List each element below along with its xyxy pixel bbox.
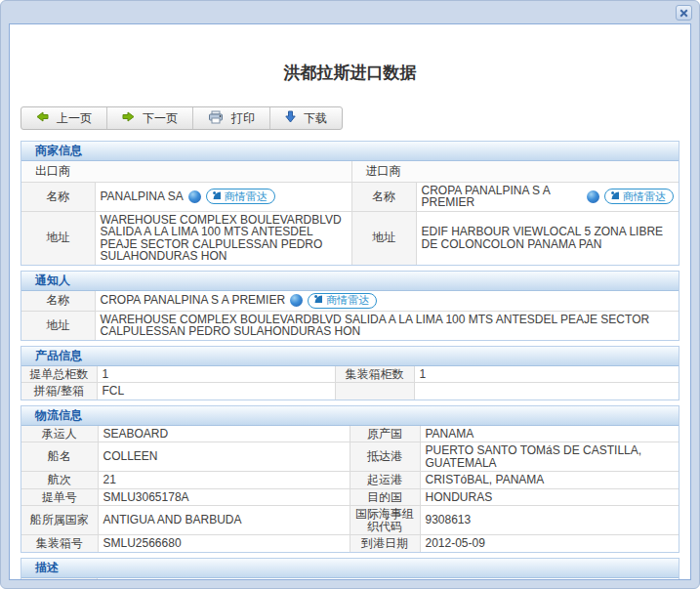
globe-icon[interactable] xyxy=(290,294,303,307)
printer-icon xyxy=(208,110,224,127)
section-description-header: 描述 xyxy=(21,559,679,578)
importer-header: 进口商 xyxy=(351,161,679,182)
download-button[interactable]: 下载 xyxy=(270,107,342,129)
next-page-label: 下一页 xyxy=(143,110,178,127)
print-label: 打印 xyxy=(231,110,255,127)
field-label: 地址 xyxy=(351,211,416,265)
next-page-button[interactable]: 下一页 xyxy=(107,107,193,129)
notify-name: CROPA PANALPINA S A PREMIER xyxy=(101,294,286,307)
field-label: 地址 xyxy=(21,211,95,265)
field-value: 9308613 xyxy=(420,506,679,535)
field-label: 名称 xyxy=(21,182,95,211)
field-value: CROPA PANALPINA S A PREMIER 商情雷达 xyxy=(416,182,679,211)
field-label: 拼箱/整箱 xyxy=(21,383,97,400)
field-label: 地址 xyxy=(21,311,95,340)
field-label: 名称 xyxy=(21,291,95,312)
prev-page-button[interactable]: 上一页 xyxy=(21,107,107,129)
table-row: 提单总柜数 1 集装箱柜数 1 xyxy=(21,366,679,383)
field-label: 集装箱柜数 xyxy=(335,366,414,383)
field-label: 集装箱号 xyxy=(21,535,98,552)
field-label: 提单总柜数 xyxy=(21,366,97,383)
field-label: 船名 xyxy=(21,442,98,472)
field-label: 抵达港 xyxy=(350,442,420,472)
field-value: HONDURAS xyxy=(420,488,679,506)
print-button[interactable]: 打印 xyxy=(193,107,270,129)
field-value: CRISTóBAL, PANAMA xyxy=(420,472,679,489)
close-button[interactable] xyxy=(676,5,692,21)
field-value: PANAMA xyxy=(420,426,679,442)
globe-icon[interactable] xyxy=(188,190,201,203)
field-value: COLLEEN xyxy=(98,442,350,472)
notify-address-row: 地址 WAREHOUSE COMPLEX BOULEVARDBLVD SALID… xyxy=(21,311,679,340)
field-label: 国际海事组织代码 xyxy=(350,506,420,535)
field-value: PUERTO SANTO TOMáS DE CASTILLA, GUATEMAL… xyxy=(420,442,679,472)
field-label: 承运人 xyxy=(21,426,98,442)
section-logistics: 物流信息 承运人 SEABOARD 原产国 PANAMA 船名 COLLEEN … xyxy=(21,405,679,553)
blue-arrow-down-icon xyxy=(285,110,296,126)
close-icon xyxy=(679,4,688,21)
importer-address: EDIF HARBOUR VIEWLOCAL 5 ZONA LIBRE DE C… xyxy=(416,211,679,265)
radar-badge-button[interactable]: 商情雷达 xyxy=(308,293,377,309)
merchant-subheader-row: 出口商 进口商 xyxy=(21,161,679,182)
field-label: 航次 xyxy=(21,472,98,489)
section-product: 产品信息 提单总柜数 1 集装箱柜数 1 拼箱/整箱 FCL xyxy=(21,346,679,400)
table-row: 拼箱/整箱 FCL xyxy=(21,383,679,400)
radar-badge-label: 商情雷达 xyxy=(225,189,268,204)
radar-badge-label: 商情雷达 xyxy=(326,293,369,308)
import-data-dialog: 洪都拉斯进口数据 上一页 下一页 xyxy=(0,0,700,589)
field-value: FCL xyxy=(97,383,335,400)
field-value: 21 xyxy=(98,472,350,489)
field-value: SMLU3065178A xyxy=(98,488,350,506)
product-table: 提单总柜数 1 集装箱柜数 1 拼箱/整箱 FCL xyxy=(21,366,679,400)
table-row: 船所属国家 ANTIGUA AND BARBUDA 国际海事组织代码 93086… xyxy=(21,506,679,535)
field-label: 起运港 xyxy=(350,472,420,489)
radar-icon xyxy=(610,189,620,204)
globe-icon[interactable] xyxy=(587,190,599,203)
toolbar: 上一页 下一页 打印 xyxy=(21,106,343,130)
field-value: CROPA PANALPINA S A PREMIER 商情雷达 xyxy=(95,291,679,312)
table-row: 产品描述 BULTOSCONTROL DE LUZ LED CALZADOS D… xyxy=(21,578,679,581)
field-value: SMLU2566680 xyxy=(98,535,350,552)
field-label: 到港日期 xyxy=(350,535,420,552)
radar-badge-button[interactable]: 商情雷达 xyxy=(206,189,275,204)
section-notify: 通知人 名称 CROPA PANALPINA S A PREMIER xyxy=(21,271,679,341)
prev-page-label: 上一页 xyxy=(57,110,92,127)
field-label: 提单号 xyxy=(21,488,98,506)
radar-icon xyxy=(212,189,222,204)
green-arrow-right-icon xyxy=(122,110,135,126)
page-title: 洪都拉斯进口数据 xyxy=(21,62,679,84)
section-logistics-header: 物流信息 xyxy=(21,406,679,426)
field-value: 1 xyxy=(414,366,679,383)
radar-icon xyxy=(313,293,323,308)
radar-badge-label: 商情雷达 xyxy=(623,189,666,204)
field-value: SEABOARD xyxy=(98,426,350,442)
table-row: 承运人 SEABOARD 原产国 PANAMA xyxy=(21,426,679,442)
logistics-table: 承运人 SEABOARD 原产国 PANAMA 船名 COLLEEN 抵达港 P… xyxy=(21,426,679,552)
notify-name-row: 名称 CROPA PANALPINA S A PREMIER 商情雷达 xyxy=(21,291,679,312)
field-label: 产品描述 xyxy=(21,578,97,581)
merchant-table: 出口商 进口商 名称 PANALPINA SA 商 xyxy=(21,161,679,265)
merchant-address-row: 地址 WAREHOUSE COMPLEX BOULEVARDBLVD SALID… xyxy=(21,211,679,265)
table-row: 船名 COLLEEN 抵达港 PUERTO SANTO TOMáS DE CAS… xyxy=(21,442,679,472)
green-arrow-left-icon xyxy=(36,110,49,126)
radar-badge-button[interactable]: 商情雷达 xyxy=(604,189,674,204)
dialog-titlebar xyxy=(1,1,699,23)
table-row: 提单号 SMLU3065178A 目的国 HONDURAS xyxy=(21,488,679,506)
download-label: 下载 xyxy=(304,110,327,127)
dialog-body: 洪都拉斯进口数据 上一页 下一页 xyxy=(9,23,691,580)
merchant-name-row: 名称 PANALPINA SA 商情雷达 xyxy=(21,182,679,211)
description-table: 产品描述 BULTOSCONTROL DE LUZ LED CALZADOS D… xyxy=(21,578,679,581)
field-value: ANTIGUA AND BARBUDA xyxy=(98,506,350,535)
field-label: 船所属国家 xyxy=(21,506,98,535)
table-row: 航次 21 起运港 CRISTóBAL, PANAMA xyxy=(21,472,679,489)
field-label: 原产国 xyxy=(350,426,420,442)
field-value: 2012-05-09 xyxy=(420,535,679,552)
exporter-address: WAREHOUSE COMPLEX BOULEVARDBLVD SALIDA A… xyxy=(95,211,351,265)
field-label: 目的国 xyxy=(350,488,420,506)
exporter-header: 出口商 xyxy=(21,161,351,182)
field-value: PANALPINA SA 商情雷达 xyxy=(95,182,351,211)
field-value: 1 xyxy=(97,366,335,383)
field-label: 名称 xyxy=(351,182,416,211)
importer-name: CROPA PANALPINA S A PREMIER xyxy=(422,185,583,209)
section-notify-header: 通知人 xyxy=(21,272,679,291)
